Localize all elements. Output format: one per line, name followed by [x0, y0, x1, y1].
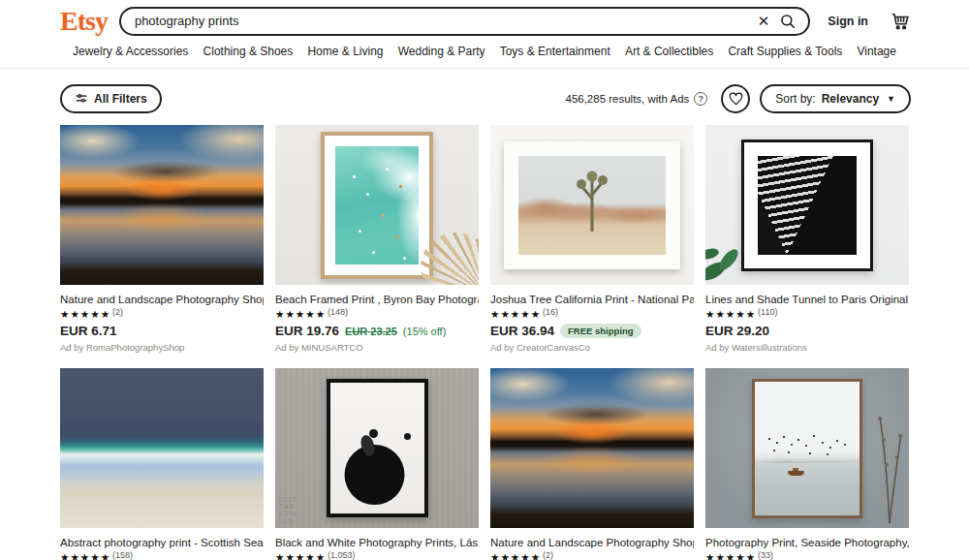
listing-price: EUR 36.94 [490, 324, 554, 338]
review-count: (110) [758, 307, 777, 317]
search-results-grid: Nature and Landscape Photography Shop ★★… [0, 123, 969, 560]
listing-card[interactable]: Beach Framed Print , Byron Bay Photograp… [275, 125, 479, 353]
listing-title[interactable]: Black and White Photography Prints, Lász… [275, 537, 479, 548]
listing-card[interactable]: OUT TAK EPR INT Black and White Photogra… [275, 368, 479, 560]
listing-rating: ★★★★★(110) [705, 308, 909, 320]
listing-rating: ★★★★★(2) [490, 551, 694, 560]
sort-by-prefix: Sort by: [775, 92, 815, 106]
nav-vintage[interactable]: Vintage [857, 45, 895, 58]
stars-icon: ★★★★★ [705, 308, 756, 320]
sort-by-button[interactable]: Sort by: Relevancy ▼ [760, 84, 911, 113]
listing-card[interactable]: Nature and Landscape Photography Shop ★★… [490, 368, 694, 560]
listing-rating: ★★★★★(2) [60, 308, 264, 320]
stars-icon: ★★★★★ [275, 308, 326, 320]
review-count: (16) [543, 307, 558, 317]
listing-title[interactable]: Abstract photography print - Scottish Se… [60, 537, 264, 548]
review-count: (2) [112, 307, 123, 317]
plant-leaves-decor [705, 238, 750, 283]
etsy-logo[interactable]: Etsy [60, 8, 108, 35]
listing-image-bw-circle-art[interactable]: OUT TAK EPR INT [275, 368, 479, 528]
chevron-down-icon: ▼ [887, 94, 895, 104]
sort-by-value: Relevancy [822, 92, 879, 106]
nav-wedding-party[interactable]: Wedding & Party [398, 45, 485, 58]
cart-icon[interactable] [890, 11, 911, 32]
listing-price: EUR 29.20 [705, 324, 769, 338]
all-filters-button[interactable]: All Filters [60, 84, 162, 113]
site-header: Etsy ✕ Sign in [0, 0, 969, 37]
free-shipping-badge: FREE shipping [560, 324, 641, 338]
dried-branch-decor [860, 407, 903, 523]
listing-shop[interactable]: Ad by RomaPhotographyShop [60, 342, 264, 353]
birds-flock-graphic [768, 438, 770, 440]
ads-help-icon[interactable]: ? [694, 92, 707, 106]
results-count: 456,285 results, with Ads ? [565, 92, 707, 106]
search-icon[interactable] [779, 13, 797, 30]
listing-title[interactable]: Nature and Landscape Photography Shop [490, 537, 694, 548]
search-bar[interactable]: ✕ [119, 7, 810, 36]
listing-title[interactable]: Nature and Landscape Photography Shop [60, 294, 264, 305]
listing-title[interactable]: Beach Framed Print , Byron Bay Photograp… [275, 294, 479, 305]
review-count: (2) [543, 550, 553, 560]
listing-rating: ★★★★★(16) [490, 308, 694, 320]
listing-image-sunset-lake[interactable] [490, 368, 694, 528]
nav-toys-entertainment[interactable]: Toys & Entertainment [500, 45, 610, 58]
listing-card[interactable]: Photography Print, Seaside Photography, … [705, 368, 909, 560]
stars-icon: ★★★★★ [275, 551, 326, 560]
listing-card[interactable]: Abstract photography print - Scottish Se… [60, 368, 264, 560]
review-count: (148) [328, 307, 348, 317]
listing-title[interactable]: Lines and Shade Tunnel to Paris Original… [705, 294, 909, 305]
nav-home-living[interactable]: Home & Living [307, 45, 383, 58]
listing-title[interactable]: Photography Print, Seaside Photography, … [705, 537, 909, 548]
listing-price: EUR 19.76 [275, 324, 339, 338]
stars-icon: ★★★★★ [490, 308, 541, 320]
nav-jewelry-accessories[interactable]: Jewelry & Accessories [73, 45, 188, 58]
all-filters-label: All Filters [94, 92, 147, 106]
original-price: EUR 23.25 [345, 326, 397, 337]
heart-icon [729, 92, 743, 106]
listing-shop[interactable]: Ad by MINUSARTCO [275, 342, 479, 353]
listing-card[interactable]: Nature and Landscape Photography Shop ★★… [60, 125, 264, 353]
favorite-search-button[interactable] [721, 84, 750, 113]
listing-image-beach-framed[interactable] [275, 125, 479, 285]
review-count: (33) [758, 550, 773, 560]
listing-image-seaside-boat[interactable] [705, 368, 909, 528]
listing-shop[interactable]: Ad by WatersIllustrations [705, 342, 909, 353]
sign-in-link[interactable]: Sign in [828, 15, 868, 28]
shop-watermark: OUT TAK EPR INT [279, 496, 297, 527]
clear-search-icon[interactable]: ✕ [748, 13, 780, 30]
sliders-icon [75, 92, 88, 106]
review-count: (158) [112, 550, 133, 560]
filter-bar: All Filters 456,285 results, with Ads ? … [0, 69, 969, 123]
listing-rating: ★★★★★(158) [60, 551, 264, 560]
listing-rating: ★★★★★(148) [275, 308, 479, 320]
stars-icon: ★★★★★ [705, 551, 756, 560]
stars-icon: ★★★★★ [490, 551, 541, 560]
listing-rating: ★★★★★(33) [705, 551, 909, 560]
nav-art-collectibles[interactable]: Art & Collectibles [625, 45, 713, 58]
review-count: (1,053) [328, 550, 356, 560]
stars-icon: ★★★★★ [60, 551, 110, 560]
listing-rating: ★★★★★(1,053) [275, 551, 479, 560]
listing-card[interactable]: Joshua Tree California Print - National … [490, 125, 694, 353]
nav-craft-supplies[interactable]: Craft Supplies & Tools [728, 45, 842, 58]
listing-title[interactable]: Joshua Tree California Print - National … [490, 294, 694, 305]
listing-image-sunset-lake[interactable] [60, 125, 264, 285]
category-nav: Jewelry & Accessories Clothing & Shoes H… [0, 37, 969, 69]
discount-label: (15% off) [403, 326, 446, 337]
boat-graphic [788, 471, 804, 476]
joshua-tree-graphic [573, 170, 611, 232]
listing-price: EUR 6.71 [60, 324, 117, 338]
listing-image-tunnel-bw[interactable] [705, 125, 909, 285]
listing-card[interactable]: Lines and Shade Tunnel to Paris Original… [705, 125, 909, 353]
stars-icon: ★★★★★ [60, 308, 110, 320]
listing-image-abstract-seascape[interactable] [60, 368, 264, 528]
nav-clothing-shoes[interactable]: Clothing & Shoes [203, 45, 294, 58]
listing-shop[interactable]: Ad by CreatorCanvasCo [490, 342, 694, 353]
search-input[interactable] [135, 14, 748, 28]
listing-image-joshua-tree[interactable] [490, 125, 694, 285]
